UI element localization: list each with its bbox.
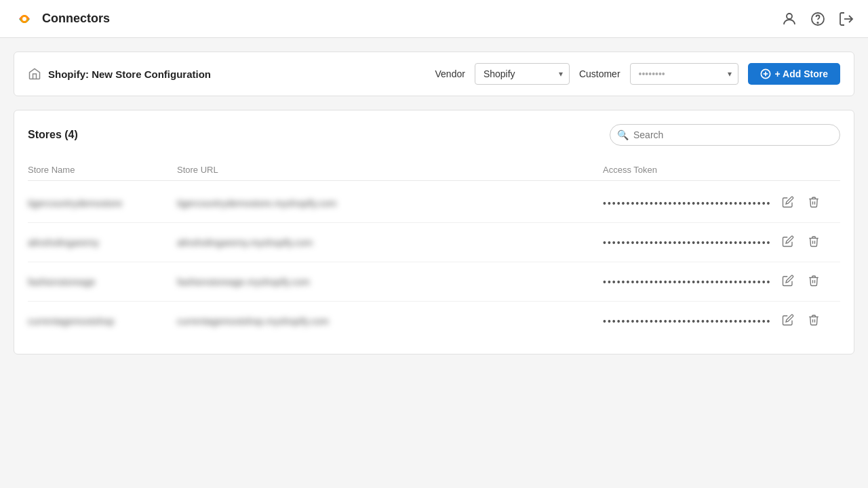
- row-actions: [779, 232, 840, 252]
- edit-button[interactable]: [779, 311, 797, 331]
- edit-button[interactable]: [779, 193, 797, 213]
- row-actions: [779, 193, 840, 213]
- cell-access-token: ••••••••••••••••••••••••••••••••••••: [603, 237, 779, 248]
- table-row: tigercountrydemostore tigercountrydemost…: [28, 184, 840, 223]
- edit-icon: [782, 196, 794, 208]
- home-icon[interactable]: [28, 67, 41, 81]
- person-icon[interactable]: [781, 11, 797, 27]
- cell-access-token: ••••••••••••••••••••••••••••••••••••: [603, 277, 779, 287]
- customer-label: Customer: [579, 68, 620, 79]
- plus-icon: [760, 68, 771, 79]
- edit-icon: [782, 235, 794, 247]
- cell-store-name: fashionstoreage: [28, 277, 177, 287]
- stores-header: Stores (4) 🔍: [28, 124, 840, 146]
- edit-button[interactable]: [779, 272, 797, 291]
- config-bar-left: Shopify: New Store Configuration: [28, 67, 425, 81]
- svg-point-5: [817, 22, 818, 22]
- app-header: Connectors: [0, 0, 868, 38]
- table-header: Store Name Store URL Access Token: [28, 159, 840, 181]
- svg-point-2: [22, 17, 26, 21]
- cell-access-token: ••••••••••••••••••••••••••••••••••••: [603, 316, 779, 327]
- cell-access-token: ••••••••••••••••••••••••••••••••••••: [603, 198, 779, 209]
- cell-store-name: currentagemostshop: [28, 316, 177, 327]
- cell-store-name: alinsholingaremy: [28, 237, 177, 248]
- trash-icon: [808, 235, 820, 247]
- edit-icon: [782, 274, 794, 287]
- header-left: Connectors: [14, 8, 110, 30]
- config-bar-right: Vendor Shopify ▾ Customer •••••••• ▾: [435, 63, 841, 85]
- vendor-select[interactable]: Shopify: [475, 63, 570, 85]
- vendor-label: Vendor: [435, 68, 465, 79]
- customer-select[interactable]: ••••••••: [630, 63, 738, 85]
- trash-icon: [808, 274, 820, 287]
- edit-icon: [782, 314, 794, 326]
- edit-button[interactable]: [779, 232, 797, 252]
- table-body: tigercountrydemostore tigercountrydemost…: [28, 184, 840, 340]
- row-actions: [779, 272, 840, 291]
- col-actions: [779, 165, 840, 175]
- config-title: Shopify: New Store Configuration: [48, 68, 211, 80]
- customer-select-wrapper: •••••••• ▾: [630, 63, 738, 85]
- table-row: alinsholingaremy alinsholingaremy.myshop…: [28, 223, 840, 262]
- vendor-select-wrapper: Shopify ▾: [475, 63, 570, 85]
- help-icon[interactable]: [810, 11, 826, 27]
- col-store-url: Store URL: [177, 165, 603, 175]
- app-title: Connectors: [42, 12, 110, 26]
- stores-panel: Stores (4) 🔍 Store Name Store URL Access…: [14, 110, 854, 354]
- delete-button[interactable]: [805, 311, 823, 331]
- add-store-label: + Add Store: [775, 68, 828, 79]
- row-actions: [779, 311, 840, 331]
- col-access-token: Access Token: [603, 165, 779, 175]
- col-store-name: Store Name: [28, 165, 177, 175]
- config-bar: Shopify: New Store Configuration Vendor …: [14, 52, 854, 96]
- svg-point-3: [787, 14, 792, 19]
- add-store-button[interactable]: + Add Store: [748, 63, 840, 85]
- delete-button[interactable]: [805, 272, 823, 291]
- stores-title: Stores (4): [28, 129, 78, 141]
- delete-button[interactable]: [805, 193, 823, 213]
- search-input[interactable]: [610, 124, 840, 146]
- app-logo: [14, 8, 35, 30]
- cell-store-url: fashionstoreage.myshopify.com: [177, 277, 603, 287]
- cell-store-url: alinsholingaremy.myshopify.com: [177, 237, 603, 248]
- table-row: currentagemostshop currentagemostshop.my…: [28, 302, 840, 340]
- cell-store-url: currentagemostshop.myshopify.com: [177, 316, 603, 327]
- trash-icon: [808, 196, 820, 208]
- trash-icon: [808, 314, 820, 326]
- logout-icon[interactable]: [838, 11, 854, 27]
- cell-store-name: tigercountrydemostore: [28, 198, 177, 209]
- header-icons: [781, 11, 854, 27]
- search-icon: 🔍: [617, 129, 629, 140]
- cell-store-url: tigercountrydemostore.myshopify.com: [177, 198, 603, 209]
- table-row: fashionstoreage fashionstoreage.myshopif…: [28, 262, 840, 302]
- search-container: 🔍: [610, 124, 840, 146]
- delete-button[interactable]: [805, 232, 823, 252]
- main-content: Shopify: New Store Configuration Vendor …: [0, 38, 868, 488]
